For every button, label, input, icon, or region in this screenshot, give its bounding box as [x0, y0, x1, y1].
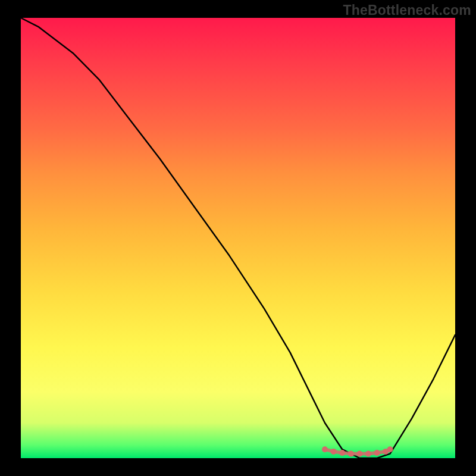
- watermark-text: TheBottleneck.com: [343, 2, 471, 18]
- plot-area: [21, 18, 455, 458]
- chart-frame: TheBottleneck.com: [0, 0, 476, 476]
- optimal-marker: [356, 451, 362, 457]
- optimal-marker: [387, 446, 393, 452]
- optimal-marker: [322, 446, 328, 452]
- optimal-marker: [374, 450, 380, 456]
- optimal-marker: [348, 451, 354, 457]
- optimal-marker: [339, 450, 345, 456]
- optimal-band-markers: [322, 446, 393, 456]
- chart-svg: [21, 18, 455, 458]
- bottleneck-curve: [21, 18, 455, 458]
- optimal-marker: [365, 451, 371, 457]
- optimal-marker: [331, 449, 337, 455]
